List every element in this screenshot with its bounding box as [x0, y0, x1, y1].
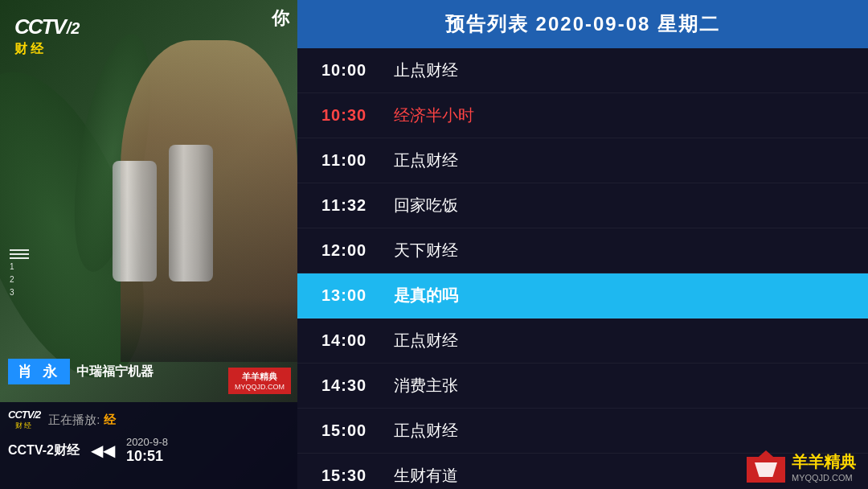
status-top-row: CCTV/2 财经 正在播放: 经 [8, 409, 289, 431]
epg-item-time: 11:00 [321, 151, 394, 170]
now-playing-value: 经 [104, 413, 116, 426]
epg-item-time: 13:00 [321, 286, 394, 305]
epg-item-program: 正点财经 [394, 330, 458, 351]
epg-item-program: 生财有道 [394, 465, 458, 487]
video-watermark: 羊羊精典 MYQQJD.COM [228, 368, 291, 394]
epg-watermark-icon [747, 450, 785, 483]
cctv-logo: CCTV /2 财经 [14, 14, 80, 58]
epg-item-time: 15:30 [321, 466, 394, 485]
epg-item-time: 10:00 [321, 61, 394, 80]
epg-watermark-sub: MYQQJD.COM [792, 473, 856, 483]
date-text: 2020-9-8 [126, 436, 168, 448]
list-icon[interactable]: 123 [10, 249, 29, 299]
time-text: 10:51 [126, 448, 168, 465]
epg-list-item[interactable]: 14:00正点财经 [297, 318, 868, 364]
person-name-badge: 肖 永 [8, 359, 70, 384]
epg-item-time: 10:30 [321, 106, 394, 125]
epg-list-item[interactable]: 13:00是真的吗 [297, 273, 868, 318]
epg-item-program: 正点财经 [394, 420, 458, 442]
epg-item-time: 12:00 [321, 241, 394, 260]
epg-panel: 预告列表 2020-09-08 星期二 10:00止点财经10:30经济半小时1… [297, 0, 868, 489]
epg-item-time: 14:00 [321, 331, 394, 350]
epg-item-program: 是真的吗 [394, 285, 458, 306]
mini-channel-logo: CCTV/2 财经 [8, 409, 40, 431]
epg-item-program: 天下财经 [394, 240, 458, 261]
cctv-channel-num: /2 [67, 19, 80, 38]
cctv-text: CCTV [14, 14, 65, 39]
epg-item-program: 止点财经 [394, 60, 458, 81]
cctv-subtitle: 财经 [14, 41, 47, 58]
status-bar: CCTV/2 财经 正在播放: 经 CCTV-2财经 ◀◀ 2020-9-8 1… [0, 402, 297, 489]
epg-watermark-main: 羊羊精典 [792, 451, 856, 473]
now-playing-label: 正在播放: [48, 413, 100, 426]
epg-item-program: 消费主张 [394, 375, 458, 397]
product-cylinder-1 [113, 161, 157, 281]
epg-list-item[interactable]: 15:00正点财经 [297, 409, 868, 454]
mini-logo-sub: 财经 [15, 421, 33, 431]
epg-list-item[interactable]: 11:00正点财经 [297, 138, 868, 183]
rewind-button[interactable]: ◀◀ [91, 441, 115, 460]
video-top-ticker: 你 [272, 6, 289, 31]
watermark-line2: MYQQJD.COM [235, 383, 285, 391]
company-text: 中瑞福宁机器 [76, 364, 154, 380]
channel-name: CCTV-2财经 [8, 442, 80, 459]
epg-watermark-text: 羊羊精典 MYQQJD.COM [792, 451, 856, 483]
epg-list-item[interactable]: 11:32回家吃饭 [297, 183, 868, 228]
epg-item-program: 正点财经 [394, 150, 458, 171]
epg-list-item[interactable]: 14:30消费主张 [297, 364, 868, 409]
epg-item-program: 回家吃饭 [394, 195, 458, 216]
epg-list-item[interactable]: 12:00天下财经 [297, 228, 868, 273]
video-area: CCTV /2 财经 你 123 肖 永 中瑞福宁机器 CCTV/2 财经 正在… [0, 0, 297, 489]
datetime-display: 2020-9-8 10:51 [126, 436, 168, 465]
epg-list-item[interactable]: 10:30经济半小时 [297, 93, 868, 138]
epg-list-item[interactable]: 10:00止点财经 [297, 48, 868, 93]
epg-item-time: 14:30 [321, 376, 394, 395]
epg-item-time: 11:32 [321, 196, 394, 215]
epg-title: 预告列表 2020-09-08 星期二 [297, 11, 868, 37]
mini-logo-text: CCTV/2 [8, 409, 40, 421]
watermark-line1: 羊羊精典 [235, 371, 285, 383]
product-cylinder-2 [169, 145, 213, 281]
epg-item-time: 15:00 [321, 421, 394, 440]
epg-list: 10:00止点财经10:30经济半小时11:00正点财经11:32回家吃饭12:… [297, 48, 868, 489]
epg-watermark: 羊羊精典 MYQQJD.COM [747, 450, 856, 483]
epg-item-program: 经济半小时 [394, 105, 474, 126]
epg-header: 预告列表 2020-09-08 星期二 [297, 0, 868, 48]
status-bottom-row: CCTV-2财经 ◀◀ 2020-9-8 10:51 [8, 436, 289, 465]
now-playing-container: 正在播放: 经 [48, 413, 116, 428]
